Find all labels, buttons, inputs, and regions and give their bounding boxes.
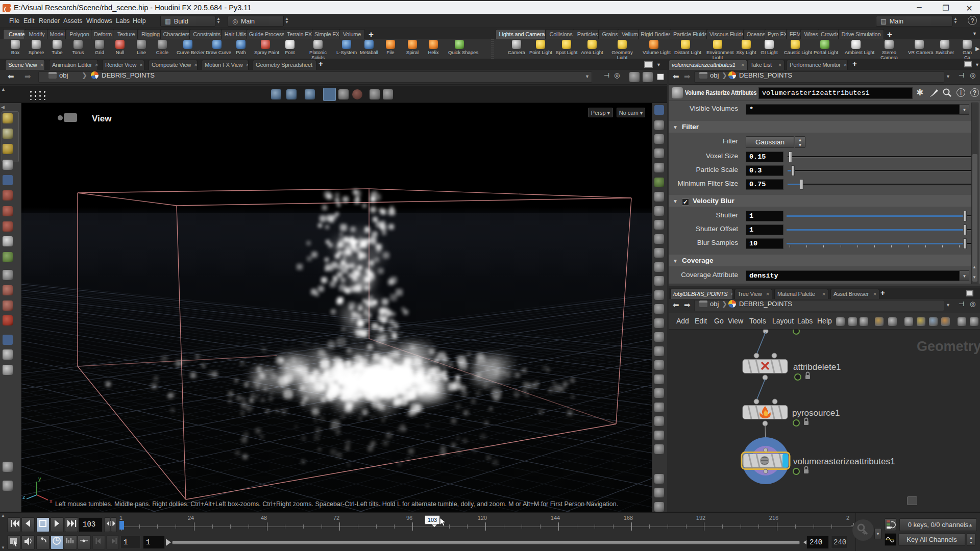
svg-text:pyrosource1: pyrosource1: [792, 408, 840, 418]
svg-text:Geometry: Geometry: [917, 339, 980, 354]
svg-text:z: z: [22, 494, 26, 500]
svg-text:y: y: [38, 475, 41, 482]
svg-text:attribdelete1: attribdelete1: [793, 362, 841, 372]
svg-text:volumerasterizeattributes1: volumerasterizeattributes1: [793, 457, 895, 466]
